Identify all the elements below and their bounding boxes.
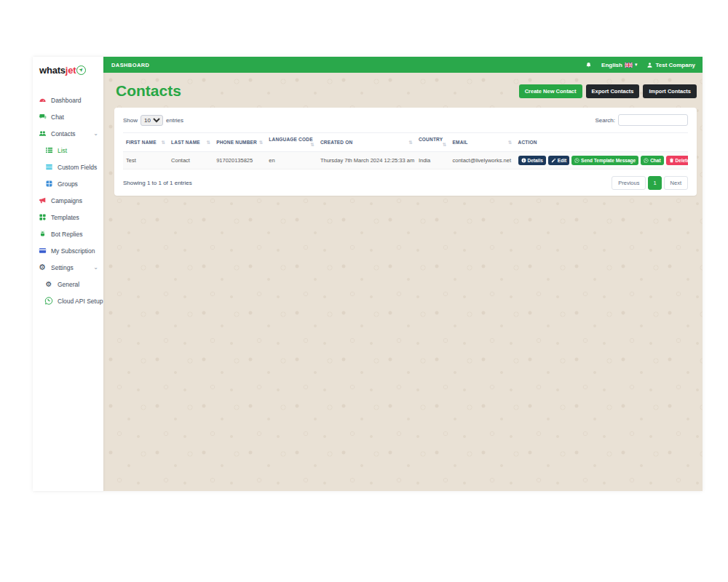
robot-icon [38, 230, 47, 239]
sort-icon: ⇅ [310, 142, 314, 148]
page-1-button[interactable]: 1 [648, 176, 661, 190]
column-header-email[interactable]: EMAIL⇅ [449, 133, 515, 152]
search-input[interactable] [618, 114, 688, 126]
language-selector[interactable]: English ▾ [601, 62, 637, 68]
topbar-right: English ▾ Test Company [585, 62, 703, 68]
column-header-created-on[interactable]: CREATED ON⇅ [317, 133, 416, 152]
cell-actions: Details Edit Send Template Message [515, 152, 689, 170]
list-icon [44, 146, 53, 155]
next-page-button[interactable]: Next [664, 176, 688, 190]
import-contacts-button[interactable]: Import Contacts [643, 84, 697, 98]
column-header-language-code[interactable]: LANGUAGE CODE⇅ [266, 133, 317, 152]
info-icon [521, 158, 526, 163]
grid-icon [44, 180, 53, 188]
sidebar-item-my-subscription[interactable]: My Subscription [33, 242, 103, 259]
bars-icon [44, 163, 53, 172]
chevron-down-icon: ⌄ [93, 130, 98, 137]
send-template-message-button[interactable]: Send Template Message [571, 156, 638, 165]
contacts-table: FIRST NAME⇅ LAST NAME⇅ PHONE NUMBER⇅ LAN… [123, 132, 688, 170]
logo-text-accent: jet [66, 65, 76, 76]
app-logo: whatsjet➤ [33, 57, 103, 83]
whatsapp-icon [574, 158, 579, 163]
page-action-buttons: Create New Contact Export Contacts Impor… [519, 84, 697, 98]
sidebar-item-contacts[interactable]: Contacts ⌄ [33, 125, 103, 142]
sidebar-item-bot-replies[interactable]: Bot Replies [33, 226, 103, 242]
create-new-contact-button[interactable]: Create New Contact [519, 84, 582, 98]
column-header-first-name[interactable]: FIRST NAME⇅ [123, 133, 168, 152]
export-contacts-button[interactable]: Export Contacts [586, 84, 640, 98]
sort-icon: ⇅ [443, 142, 447, 148]
table-header-row: FIRST NAME⇅ LAST NAME⇅ PHONE NUMBER⇅ LAN… [123, 133, 688, 152]
cell-first-name: Test [123, 152, 168, 170]
content-column: DASHBOARD English ▾ Test Company [103, 57, 703, 491]
column-header-action: ACTION [515, 133, 689, 152]
page-header: Contacts Create New Contact Export Conta… [114, 81, 697, 100]
page-title: Contacts [116, 82, 181, 100]
search-box: Search: [595, 114, 688, 126]
breadcrumb[interactable]: DASHBOARD [103, 62, 149, 68]
cell-language-code: en [266, 152, 317, 170]
table-row: Test Contact 917020135825 en Thursday 7t… [123, 152, 688, 170]
megaphone-icon [38, 196, 47, 205]
sidebar-item-label: My Subscription [51, 247, 95, 255]
user-name: Test Company [655, 62, 695, 68]
search-label: Search: [595, 117, 615, 124]
column-header-phone-number[interactable]: PHONE NUMBER⇅ [213, 133, 266, 152]
app-window: whatsjet➤ Dashboard Chat Contacts [33, 57, 703, 491]
sidebar-item-list[interactable]: List [33, 142, 103, 159]
card-icon [38, 247, 47, 255]
sidebar-item-label: Settings [51, 264, 74, 271]
sidebar-item-chat[interactable]: Chat [33, 108, 103, 125]
sort-icon: ⇅ [259, 140, 264, 146]
whatsapp-icon [44, 297, 53, 306]
sidebar-item-label: Chat [51, 113, 64, 121]
sidebar-item-groups[interactable]: Groups [33, 175, 103, 192]
sidebar-item-label: Contacts [51, 130, 76, 137]
user-menu[interactable]: Test Company [646, 62, 695, 68]
sort-icon: ⇅ [161, 140, 165, 146]
bell-icon [585, 62, 592, 68]
cell-phone-number: 917020135825 [213, 152, 266, 170]
contacts-table-card: Show 10 entries Search: [114, 108, 697, 196]
table-controls: Show 10 entries Search: [123, 114, 688, 126]
sidebar-item-label: Groups [58, 180, 78, 188]
templates-icon [38, 213, 47, 222]
uk-flag-icon [625, 63, 633, 68]
main-area: Contacts Create New Contact Export Conta… [103, 73, 703, 491]
entries-label: entries [166, 117, 183, 124]
sidebar-item-campaigns[interactable]: Campaigns [33, 192, 103, 209]
edit-button[interactable]: Edit [548, 156, 569, 165]
chat-button[interactable]: Chat [641, 156, 663, 165]
delete-button[interactable]: Delete [666, 156, 688, 165]
sort-icon: ⇅ [508, 140, 513, 146]
show-label: Show [123, 117, 138, 124]
sort-icon: ⇅ [207, 140, 211, 146]
sidebar-item-general[interactable]: ⚙ General [33, 276, 103, 292]
gears-icon: ⚙ [38, 263, 47, 272]
page-size-select[interactable]: 10 [141, 115, 163, 126]
notifications-bell-button[interactable] [585, 62, 592, 68]
sidebar-item-label: Campaigns [51, 197, 82, 204]
sidebar-item-custom-fields[interactable]: Custom Fields [33, 159, 103, 175]
previous-page-button[interactable]: Previous [612, 176, 646, 190]
details-button[interactable]: Details [518, 156, 546, 165]
sidebar-item-templates[interactable]: Templates [33, 209, 103, 226]
trash-icon [669, 158, 674, 163]
sidebar-item-label: Dashboard [51, 97, 82, 104]
sidebar-item-cloud-api-setup[interactable]: Cloud API Setup [33, 292, 103, 309]
sidebar-item-dashboard[interactable]: Dashboard [33, 92, 103, 108]
gear-icon: ⚙ [44, 280, 53, 289]
language-label: English [601, 62, 622, 68]
logo-text-primary: whats [39, 65, 66, 76]
column-header-last-name[interactable]: LAST NAME⇅ [168, 133, 213, 152]
caret-down-icon: ▾ [635, 63, 638, 68]
sidebar-item-label: General [58, 281, 79, 288]
sidebar-item-label: Templates [51, 214, 79, 221]
sort-icon: ⇅ [408, 140, 413, 146]
column-header-country[interactable]: COUNTRY⇅ [416, 133, 450, 152]
cell-country: India [416, 152, 450, 170]
sidebar: whatsjet➤ Dashboard Chat Contacts [33, 57, 103, 491]
sidebar-item-label: Bot Replies [51, 231, 82, 238]
whatsapp-icon [644, 158, 649, 163]
sidebar-item-settings[interactable]: ⚙ Settings ⌄ [33, 259, 103, 276]
